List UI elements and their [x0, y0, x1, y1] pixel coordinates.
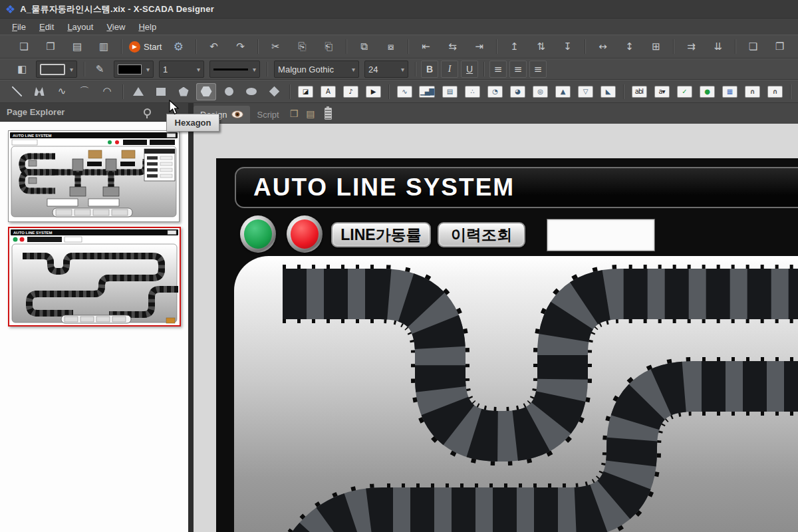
- new-file-button[interactable]: ❏: [13, 38, 35, 55]
- funnel-chart-button[interactable]: ▽: [575, 83, 595, 100]
- line-style-dropdown[interactable]: ▾: [209, 61, 260, 78]
- circle-tool-button[interactable]: [219, 83, 239, 100]
- triangle-tool-button[interactable]: [128, 83, 148, 100]
- column-chart-button[interactable]: ▁▄▇: [417, 83, 437, 100]
- bezier-tool-icon: ∿: [58, 86, 66, 96]
- doughnut-chart-button[interactable]: ◎: [530, 83, 550, 100]
- text-align-center-button[interactable]: ≡: [509, 61, 527, 78]
- paste-button[interactable]: ⎗: [317, 38, 340, 55]
- undo-button[interactable]: ↶: [202, 38, 225, 55]
- bold-button[interactable]: B: [421, 61, 438, 78]
- menu-help[interactable]: Help: [132, 20, 163, 34]
- image-object-button[interactable]: ◪: [295, 83, 315, 100]
- bar-chart-button[interactable]: ▤: [440, 83, 460, 100]
- align-center-button[interactable]: ⇆: [441, 38, 464, 55]
- pentagon-tool-button[interactable]: [174, 83, 194, 100]
- alarm-lamp-control-icon: ∩: [767, 86, 783, 98]
- start-runtime-button[interactable]: ▶Start: [128, 38, 163, 55]
- diamond-tool-button[interactable]: [264, 83, 284, 100]
- line-tool-button[interactable]: [7, 83, 27, 100]
- pie-chart-button[interactable]: ◕: [507, 83, 527, 100]
- toolbar-separator: [257, 39, 258, 54]
- align-top-icon: ↥: [510, 42, 519, 52]
- save-button[interactable]: ▤: [66, 38, 88, 55]
- align-center-icon: ⇆: [448, 42, 457, 52]
- tab-script[interactable]: Script: [250, 106, 285, 123]
- runtime-settings-button[interactable]: ⚙: [167, 38, 190, 55]
- menu-edit[interactable]: Edit: [33, 20, 61, 34]
- checkbox-control-button[interactable]: ✓: [674, 83, 694, 100]
- closed-bezier-tool-button[interactable]: ⌒: [74, 83, 94, 100]
- alarm-lamp-control-button[interactable]: ∩: [765, 83, 785, 100]
- line-width-dropdown[interactable]: 1▾: [159, 61, 204, 78]
- italic-button[interactable]: I: [441, 61, 458, 78]
- same-width-button[interactable]: ↔: [591, 38, 614, 55]
- underline-button[interactable]: U: [461, 61, 478, 78]
- bezier-tool-button[interactable]: ∿: [52, 83, 72, 100]
- align-middle-button[interactable]: ⇅: [529, 38, 552, 55]
- ungroup-objects-icon: ⧇: [388, 42, 394, 52]
- grid-control-button[interactable]: ▦: [720, 83, 739, 100]
- design-canvas[interactable]: AUTO LINE SYSTEM LINE가동률 이력조회: [194, 124, 798, 532]
- align-left-button[interactable]: ⇤: [414, 38, 437, 55]
- combobox-control-button[interactable]: a▾: [652, 83, 672, 100]
- movie-object-icon: ▶: [366, 86, 381, 98]
- same-height-button[interactable]: ↕: [618, 38, 640, 55]
- ungroup-objects-button[interactable]: ⧇: [379, 38, 402, 55]
- toolbar-separator: [496, 39, 497, 54]
- area-chart-button[interactable]: ◣: [598, 83, 618, 100]
- sound-object-button[interactable]: ♪: [340, 83, 360, 100]
- line-color-dropdown[interactable]: ▾: [114, 61, 154, 78]
- text-align-left-button[interactable]: ≡: [489, 61, 507, 78]
- gauge-chart-button[interactable]: ◔: [485, 83, 505, 100]
- polygon-tool-button[interactable]: [29, 83, 49, 100]
- ellipse-tool-button[interactable]: [241, 83, 261, 100]
- send-to-back-button[interactable]: ❐: [768, 38, 791, 55]
- menu-file[interactable]: File: [5, 20, 33, 34]
- pyramid-chart-button[interactable]: ▲: [553, 83, 573, 100]
- menu-layout[interactable]: Layout: [61, 20, 100, 34]
- page-thumbnail-2-selected[interactable]: AUTO LINE SYSTEM: [8, 227, 181, 327]
- redo-icon: ↷: [236, 42, 245, 52]
- hexagon-tool-button[interactable]: [196, 83, 216, 100]
- align-bottom-button[interactable]: ↧: [556, 38, 579, 55]
- pin-icon[interactable]: [144, 108, 151, 116]
- fill-tool-button[interactable]: ◧: [12, 61, 32, 78]
- text-align-right-button[interactable]: ≡: [529, 61, 547, 78]
- font-family-dropdown[interactable]: Malgun Gothic▾: [274, 61, 359, 78]
- lamp-control-button[interactable]: ∩: [742, 83, 762, 100]
- save-script-button[interactable]: ▤: [306, 108, 315, 119]
- arc-tool-icon: ◠: [102, 86, 111, 96]
- scada-page[interactable]: AUTO LINE SYSTEM LINE가동률 이력조회: [216, 158, 798, 532]
- align-right-button[interactable]: ⇥: [467, 38, 490, 55]
- eye-icon: [231, 110, 243, 118]
- toolbar-separator: [388, 84, 389, 99]
- cut-button[interactable]: ✂: [264, 38, 287, 55]
- movie-object-button[interactable]: ▶: [363, 83, 383, 100]
- bring-to-front-button[interactable]: ❏: [741, 38, 764, 55]
- copy-button[interactable]: ⎘: [291, 38, 313, 55]
- line-tool-button[interactable]: ✎: [90, 61, 110, 78]
- open-script-button[interactable]: ❒: [290, 108, 299, 119]
- arc-tool-button[interactable]: ◠: [97, 83, 117, 100]
- page-thumbnail-1[interactable]: AUTO LINE SYSTEM: [8, 130, 180, 222]
- work-area: Design Script ❒ ▤ AUTO LINE SYSTEM: [194, 103, 798, 532]
- save-all-button[interactable]: ▥: [92, 38, 115, 55]
- radio-control-button[interactable]: ●: [697, 83, 717, 100]
- font-size-dropdown[interactable]: 24▾: [364, 61, 408, 78]
- redo-button[interactable]: ↷: [229, 38, 251, 55]
- textbox-control-button[interactable]: abl: [629, 83, 649, 100]
- rectangle-tool-button[interactable]: [151, 83, 171, 100]
- group-objects-button[interactable]: ⧉: [352, 38, 375, 55]
- line-chart-button[interactable]: ∿: [394, 83, 414, 100]
- distribute-horizontal-button[interactable]: ⇉: [680, 38, 702, 55]
- same-size-button[interactable]: ⊞: [644, 38, 667, 55]
- align-top-button[interactable]: ↥: [503, 38, 525, 55]
- fill-style-dropdown[interactable]: ▾: [36, 61, 77, 78]
- distribute-vertical-button[interactable]: ⇊: [706, 38, 729, 55]
- scatter-chart-button[interactable]: ∴: [462, 83, 482, 100]
- open-project-button[interactable]: ❒: [39, 38, 62, 55]
- menu-view[interactable]: View: [100, 20, 132, 34]
- text-object-button[interactable]: A: [318, 83, 338, 100]
- bring-forward-button[interactable]: ◰: [795, 38, 798, 55]
